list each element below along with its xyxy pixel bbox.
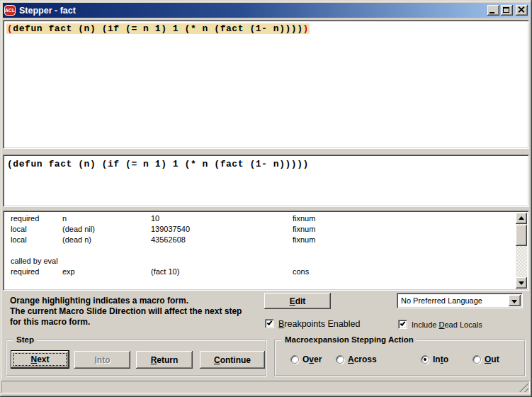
radio-across[interactable]	[336, 355, 344, 364]
breakpoints-enabled-label[interactable]: Breakpoints Enabled	[278, 319, 360, 329]
maximize-button[interactable]	[501, 5, 513, 16]
macro-form-body: defun fact (n) (if (= n 1) 1 (* n (fact …	[13, 23, 302, 34]
arrow-down-icon	[519, 281, 524, 285]
continue-button[interactable]: Continue	[200, 351, 265, 369]
window-title: Stepper - fact	[19, 6, 486, 16]
macro-info-text: Orange highlighting indicates a macro fo…	[10, 296, 261, 328]
highlighted-macro-form[interactable]: (defun fact (n) (if (= n 1) 1 (* n (fact…	[6, 23, 310, 34]
source-form-pane[interactable]: (defun fact (n) (if (= n 1) 1 (* n (fact…	[3, 155, 529, 207]
info-line-2: The current Macro Slide Direction will a…	[10, 306, 261, 317]
step-group-label: Step	[13, 335, 37, 344]
locals-list: requiredn10fixnum local(dead nil)1390375…	[5, 213, 515, 289]
macro-form-pane[interactable]: (defun fact (n) (if (= n 1) 1 (* n (fact…	[3, 20, 529, 149]
radio-into-label[interactable]: Into	[433, 354, 448, 364]
step-group: Step Next Into Return Continue	[6, 340, 267, 376]
checkmark-icon	[267, 320, 273, 325]
table-row	[5, 245, 515, 256]
dropdown-arrow-button[interactable]	[509, 295, 521, 306]
checkmark-icon	[400, 320, 406, 326]
macroexpansion-group: Macroexpansion Stepping Action Over Acro…	[274, 340, 526, 376]
table-row[interactable]: requiredn10fixnum	[5, 213, 515, 224]
breakpoints-enabled-checkbox[interactable]	[265, 319, 274, 328]
include-dead-locals-label[interactable]: Include Dead Locals	[412, 320, 482, 329]
table-row[interactable]: requiredexp(fact 10)cons	[5, 267, 515, 277]
scroll-down-button[interactable]	[516, 277, 527, 289]
maximize-icon	[503, 7, 509, 13]
chevron-down-icon	[511, 300, 517, 303]
table-row	[5, 277, 515, 288]
minimize-icon	[489, 12, 494, 13]
acl-app-icon: ACL	[4, 5, 16, 16]
table-row[interactable]: called by eval	[5, 256, 515, 267]
include-dead-locals-checkbox[interactable]	[398, 320, 407, 329]
scrollbar-thumb[interactable]	[516, 225, 527, 246]
radio-out[interactable]	[472, 355, 481, 364]
dropdown-value: No Preferred Language	[401, 296, 482, 305]
radio-into[interactable]	[421, 355, 429, 364]
close-paren: )	[303, 23, 309, 34]
return-button[interactable]: Return	[136, 351, 193, 369]
radio-over[interactable]	[290, 355, 299, 364]
macroexpansion-group-label: Macroexpansion Stepping Action	[282, 335, 417, 344]
radio-across-label[interactable]: Across	[348, 354, 377, 364]
close-icon	[518, 6, 525, 13]
source-form-text: (defun fact (n) (if (= n 1) 1 (* n (fact…	[7, 159, 309, 169]
arrow-up-icon	[519, 216, 524, 220]
into-button[interactable]: Into	[74, 351, 130, 369]
locals-scrollbar[interactable]	[516, 213, 527, 289]
radio-over-label[interactable]: Over	[302, 354, 322, 364]
titlebar[interactable]: ACL Stepper - fact	[3, 3, 529, 18]
scroll-up-button[interactable]	[516, 213, 527, 224]
close-button[interactable]	[516, 5, 528, 16]
edit-button[interactable]: Edit	[264, 293, 331, 309]
info-line-3: for this macro form.	[10, 317, 261, 328]
status-bar	[1, 381, 530, 393]
next-button[interactable]: Next	[11, 350, 69, 369]
radio-out-label[interactable]: Out	[485, 354, 499, 364]
table-row[interactable]: local(dead nil)139037540fixnum	[5, 224, 515, 235]
locals-pane[interactable]: requiredn10fixnum local(dead nil)1390375…	[3, 211, 529, 291]
info-line-1: Orange highlighting indicates a macro fo…	[10, 296, 261, 306]
minimize-button[interactable]	[487, 5, 499, 16]
radio-selected-dot	[424, 358, 426, 361]
resize-grip[interactable]	[519, 383, 528, 392]
preferred-language-dropdown[interactable]: No Preferred Language	[397, 293, 523, 308]
table-row[interactable]: called by eval	[5, 288, 515, 289]
stepper-window: ACL Stepper - fact (defun fact (n) (if (…	[0, 0, 532, 397]
table-row[interactable]: local(dead n)43562608fixnum	[5, 235, 515, 245]
